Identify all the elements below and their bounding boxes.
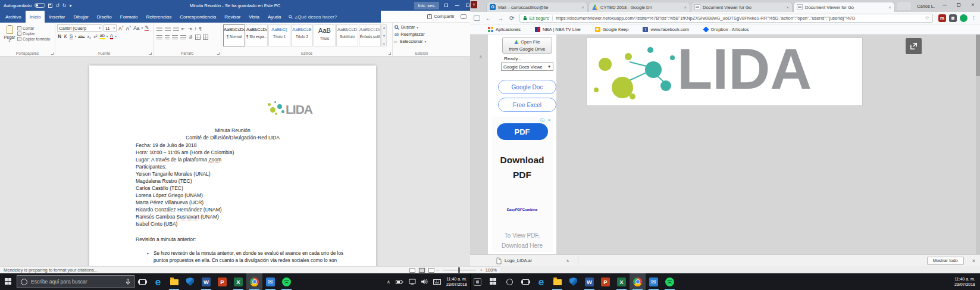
sort-icon[interactable]: ↕	[194, 26, 196, 32]
taskbar-item-chrome[interactable]	[246, 273, 262, 290]
close-shelf-icon[interactable]: ×	[972, 258, 975, 264]
ribbon-options-button[interactable]	[443, 2, 450, 8]
keyboard-icon[interactable]	[433, 279, 441, 285]
minimize-button[interactable]	[937, 0, 951, 10]
ad-headline[interactable]: DownloadPDF	[491, 153, 553, 183]
tab-referencias[interactable]: Referencias	[142, 11, 176, 23]
taskbar-search-input[interactable]: Escribe aquí para buscar	[17, 275, 134, 288]
taskbar-item-word[interactable]: W	[198, 273, 214, 290]
style-sin-espaciado[interactable]: AaBbCcDc¶ Sin espa...	[246, 24, 268, 46]
bookmark-dropbox[interactable]: Dropbox - Articulos	[703, 27, 749, 32]
find-button[interactable]: Buscar▾	[394, 24, 449, 30]
tab-formato[interactable]: Formato	[116, 11, 142, 23]
tab-vista[interactable]: Vista	[245, 11, 264, 23]
undo-icon[interactable]: ↺	[55, 3, 60, 8]
taskbar-item-excel[interactable]: X	[613, 273, 630, 290]
dialog-launcher-icon[interactable]	[389, 52, 391, 55]
save-icon[interactable]	[48, 4, 52, 8]
mendeley-extension-icon[interactable]: m	[938, 14, 946, 22]
style-titulo-1[interactable]: AaBbC(Título 1	[268, 24, 290, 46]
scrollbar-thumb[interactable]	[976, 35, 980, 76]
download-item[interactable]: Logo_LIDA.ai	[496, 257, 531, 264]
subscript-button[interactable]: x₂	[87, 34, 92, 39]
tab-close-icon[interactable]: ×	[581, 5, 584, 10]
line-spacing-icon[interactable]: ⇵	[189, 35, 193, 40]
grow-font-button[interactable]: A˄	[118, 25, 124, 32]
dialog-launcher-icon[interactable]	[217, 52, 220, 55]
taskbar-item-mail[interactable]: ✉	[262, 273, 278, 290]
hidden-icons-chevron[interactable]: ∧	[387, 279, 390, 285]
tab-close-icon[interactable]: ×	[786, 5, 789, 10]
align-right-icon[interactable]	[172, 35, 178, 40]
bold-button[interactable]: N	[58, 33, 61, 39]
google-doc-button[interactable]: Google Doc	[498, 80, 556, 94]
open-in-new-button[interactable]	[906, 38, 922, 54]
tab-close-icon[interactable]: ×	[888, 5, 891, 10]
web-layout-icon[interactable]	[428, 268, 434, 273]
dialog-launcher-icon[interactable]	[51, 52, 54, 55]
bookmark-google-keep[interactable]: Google Keep	[595, 27, 629, 32]
close-button[interactable]: ×	[966, 0, 980, 10]
taskbar-item-edge[interactable]: e	[150, 273, 166, 290]
print-layout-icon[interactable]	[419, 268, 425, 273]
taskbar-item-mail[interactable]: ✉	[646, 273, 662, 290]
shading-icon[interactable]	[195, 35, 201, 40]
tab-close-icon[interactable]: ×	[684, 5, 687, 10]
start-button[interactable]	[0, 273, 17, 290]
highlight-button[interactable]: ab	[99, 33, 104, 39]
font-color-button[interactable]: A	[110, 33, 114, 39]
superscript-button[interactable]: x²	[93, 34, 97, 39]
increase-indent-icon[interactable]: ⇥	[188, 26, 192, 32]
zoom-slider-handle[interactable]	[458, 267, 460, 273]
paragraph-marks-icon[interactable]: ¶	[199, 26, 201, 32]
style-titulo[interactable]: AaBTítulo	[314, 24, 336, 46]
tray-app-icon[interactable]	[474, 278, 481, 286]
numbered-list-icon[interactable]	[165, 27, 171, 32]
start-button[interactable]	[485, 273, 502, 290]
cortana-button[interactable]	[502, 273, 518, 290]
taskbar-item-explorer[interactable]	[549, 273, 565, 290]
address-bar[interactable]: Es seguro https://documentviewer.herokua…	[519, 14, 933, 23]
ad-pdf-button[interactable]: PDF	[497, 123, 548, 140]
tab-archivo[interactable]: Archivo	[1, 11, 26, 23]
zoom-in-button[interactable]: +	[480, 267, 483, 274]
bookmark-apps[interactable]: Aplicaciones	[488, 27, 521, 32]
clock[interactable]: 11:40 a. m.23/07/2018	[446, 276, 467, 288]
viewer-type-select[interactable]: Google Docs Viewe▼	[501, 63, 553, 71]
taskbar-item-explorer[interactable]	[166, 273, 182, 290]
taskbar-item-excel[interactable]: X	[230, 273, 246, 290]
sign-in-button[interactable]: Inic. ses.	[414, 2, 439, 10]
tab-inicio[interactable]: Inicio	[26, 11, 45, 23]
align-left-icon[interactable]	[156, 35, 162, 40]
clock[interactable]: 11:40 a. m.23/07/2018	[954, 276, 975, 288]
tell-me-box[interactable]: ¿Qué desea hacer?	[289, 11, 337, 23]
bullet-list-icon[interactable]	[156, 27, 162, 32]
document-canvas[interactable]: LIDA Minuta Reunión Comité de Difusión/D…	[0, 57, 470, 266]
tab-document-viewer-2[interactable]: Document Viewer for Go ×	[793, 2, 895, 12]
bookmark-nba[interactable]: NBA | NBA TV Live	[535, 27, 581, 32]
tab-mail[interactable]: O Mail – carloscastilloz@ite ×	[486, 2, 588, 12]
style-enfasis-sutil[interactable]: AaBbCcDcÉnfasis sutil	[359, 24, 381, 46]
task-view-button[interactable]	[518, 273, 533, 290]
autosave-toggle[interactable]	[35, 3, 45, 8]
task-view-button[interactable]	[134, 273, 150, 290]
scrollbar[interactable]	[976, 35, 980, 254]
network-icon[interactable]	[409, 279, 416, 285]
replace-button[interactable]: ab Reemplazar	[394, 32, 449, 37]
share-button[interactable]: Compartir	[427, 14, 455, 19]
taskbar-item-chrome[interactable]	[630, 273, 646, 290]
font-name-select[interactable]: Calibri (Cuerp▾	[57, 24, 102, 32]
paste-button[interactable]: Pegar ▾	[2, 24, 17, 49]
tab-insertar[interactable]: Insertar	[45, 11, 69, 23]
taskbar-item-defender[interactable]	[565, 273, 581, 290]
font-size-select[interactable]: 11▾	[104, 24, 117, 32]
taskbar-item-spotify[interactable]	[278, 273, 295, 290]
decrease-indent-icon[interactable]: ⇤	[181, 26, 186, 32]
taskbar-item-spotify[interactable]	[662, 273, 678, 290]
download-menu-icon[interactable]: ∧	[566, 258, 569, 263]
minimize-button[interactable]	[453, 2, 461, 8]
copy-button[interactable]: Copiar	[17, 32, 50, 36]
restore-button[interactable]	[951, 0, 966, 10]
comments-icon[interactable]	[461, 14, 466, 19]
underline-button[interactable]: S	[70, 33, 73, 39]
